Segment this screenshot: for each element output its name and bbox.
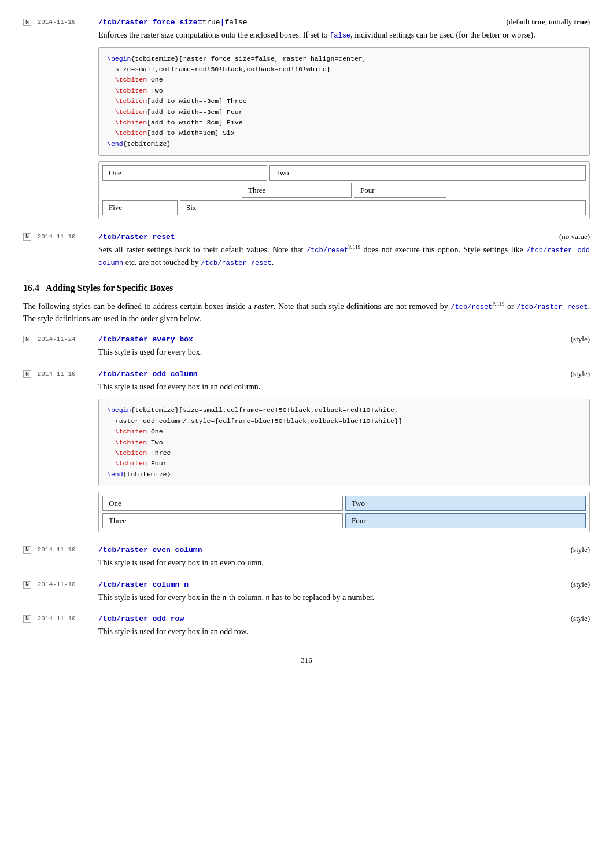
entry-body-7: This style is used for every box in an o… [98,626,590,638]
entry-header-2: /tcb/raster reset (no value) [98,232,590,241]
entry-header-5: /tcb/raster even column (style) [98,545,590,554]
entry-default-6: (style) [571,580,590,589]
demo1-row2: Three Four [102,183,586,198]
entry-default-2: (no value) [559,232,590,241]
entry-default-5: (style) [571,545,590,554]
badge-n-3: N [23,336,31,343]
badge-n-4: N [23,370,31,378]
entry-title-3: /tcb/raster every box [98,335,193,344]
entry-raster-force-size: N 2014-11-10 /tcb/raster force size=true… [23,17,590,222]
entry-header-3: /tcb/raster every box (style) [98,334,590,344]
entry-body-3: This style is used for every box. [98,346,590,359]
entry-default: (default true, initially true) [507,17,590,27]
entry-header: /tcb/raster force size=true|false (defau… [98,17,590,27]
badge-n-5: N [23,546,31,554]
badge-n-7: N [23,615,31,623]
entry-header-4: /tcb/raster odd column (style) [98,369,590,378]
entry-date-5: 2014-11-10 [38,546,76,553]
entry-right-content: /tcb/raster force size=true|false (defau… [98,17,590,222]
entry-title-2: /tcb/raster reset [98,233,175,241]
demo2-cell-one: One [102,496,343,511]
badge-n: N [23,19,31,26]
section-intro: The following styles can be defined to a… [23,300,590,325]
entry-body-5: This style is used for every box in an e… [98,557,590,569]
demo2-raster: One Two Three Four [98,492,590,532]
entry-raster-column-n: N 2014-11-10 /tcb/raster column n (style… [23,580,590,604]
code-box-1: \begin{tcbitemize}[raster force size=fal… [98,47,590,156]
entry-raster-odd-column: N 2014-11-10 /tcb/raster odd column (sty… [23,369,590,535]
demo2-row1: One Two [102,496,586,511]
demo1-raster: One Two Three Four Five Six [98,161,590,219]
code-box-2: \begin{tcbitemize}[size=small,colframe=r… [98,399,590,486]
demo2-cell-four: Four [345,513,586,528]
demo1-cell-three: Three [242,183,352,198]
entry-default-3: (style) [571,334,590,344]
entry-title-7: /tcb/raster odd row [98,615,184,623]
entry-date: 2014-11-10 [38,19,76,25]
demo2-row2: Three Four [102,513,586,528]
demo2-cell-two: Two [345,496,586,511]
entry-left-badge-5: N 2014-11-10 [23,545,98,569]
entry-default-7: (style) [571,614,590,623]
badge-n-2: N [23,233,31,241]
section-heading: 16.4 Adding Styles for Specific Boxes [23,283,590,293]
entry-date-4: 2014-11-10 [38,370,76,377]
demo1-row1: One Two [102,165,586,181]
entry-title-5: /tcb/raster even column [98,546,202,554]
entry-body-6: This style is used for every box in the … [98,591,590,604]
entry-raster-reset: N 2014-11-10 /tcb/raster reset (no value… [23,232,590,269]
entry-right-content-4: /tcb/raster odd column (style) This styl… [98,369,590,535]
entry-date-7: 2014-11-10 [38,615,76,622]
entry-title-4: /tcb/raster odd column [98,370,198,378]
entry-left-badge-4: N 2014-11-10 [23,369,98,535]
entry-body: Enforces the raster size computations on… [98,29,590,42]
demo2-cell-three: Three [102,513,343,528]
demo1-cell-one: One [102,165,267,181]
section-title: 16.4 Adding Styles for Specific Boxes [23,283,590,293]
entry-left-badge-2: N 2014-11-10 [23,232,98,269]
entry-left-badge: N 2014-11-10 [23,17,98,222]
demo1-cell-two: Two [269,165,586,181]
entry-date-3: 2014-11-24 [38,336,76,343]
entry-left-badge-7: N 2014-11-10 [23,614,98,638]
demo1-cell-five: Five [102,200,178,215]
entry-body-4: This style is used for every box in an o… [98,381,590,393]
demo1-cell-six: Six [180,200,586,215]
entry-raster-odd-row: N 2014-11-10 /tcb/raster odd row (style)… [23,614,590,638]
entry-right-content-7: /tcb/raster odd row (style) This style i… [98,614,590,638]
demo1-row3: Five Six [102,200,586,215]
entry-raster-every-box: N 2014-11-24 /tcb/raster every box (styl… [23,334,590,359]
entry-right-content-5: /tcb/raster even column (style) This sty… [98,545,590,569]
entry-raster-even-column: N 2014-11-10 /tcb/raster even column (st… [23,545,590,569]
entry-default-4: (style) [571,369,590,378]
entry-date-6: 2014-11-10 [38,581,76,588]
entry-title: /tcb/raster force size=true|false [98,18,247,27]
entry-right-content-3: /tcb/raster every box (style) This style… [98,334,590,359]
entry-header-7: /tcb/raster odd row (style) [98,614,590,623]
entry-left-badge-6: N 2014-11-10 [23,580,98,604]
demo1-cell-four: Four [354,183,446,198]
entry-date-2: 2014-11-10 [38,233,76,240]
badge-n-6: N [23,581,31,589]
entry-header-6: /tcb/raster column n (style) [98,580,590,589]
entry-body-2: Sets all raster settings back to their d… [98,244,590,269]
page-number: 316 [23,656,590,665]
entry-right-content-6: /tcb/raster column n (style) This style … [98,580,590,604]
entry-right-content-2: /tcb/raster reset (no value) Sets all ra… [98,232,590,269]
entry-left-badge-3: N 2014-11-24 [23,334,98,359]
entry-title-6: /tcb/raster column n [98,580,189,589]
